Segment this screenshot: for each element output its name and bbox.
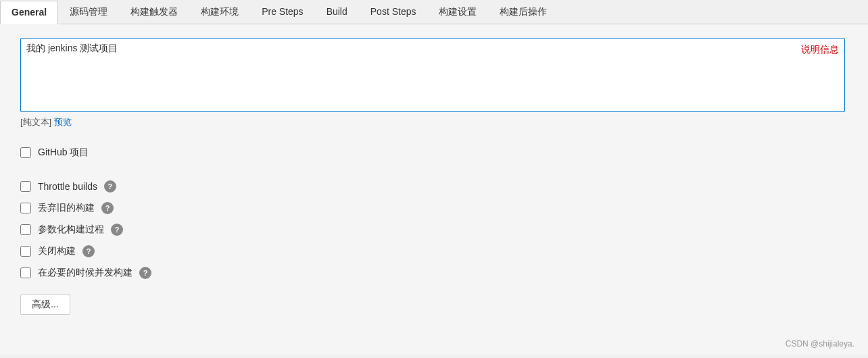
label-throttle-builds[interactable]: Throttle builds [38,181,97,192]
tab-构建后操作[interactable]: 构建后操作 [488,0,558,24]
main-content: 我的 jenkins 测试项目 说明信息 [纯文本] 预览 GitHub 项目T… [0,24,868,355]
tab-build[interactable]: Build [315,0,359,24]
tab-构建设置[interactable]: 构建设置 [427,0,488,24]
checkbox-parameterized[interactable] [20,224,31,235]
watermark: CSDN @shijialeya. [786,339,854,349]
checkbox-throttle-builds[interactable] [20,181,31,192]
checkbox-section: GitHub 项目Throttle builds?丢弃旧的构建?参数化构建过程?… [20,142,848,284]
checkbox-github-project[interactable] [20,147,31,158]
tab-源码管理[interactable]: 源码管理 [58,0,119,24]
label-concurrent-build[interactable]: 在必要的时候并发构建 [38,267,132,279]
advanced-button[interactable]: 高级... [20,295,70,315]
plain-text-row: [纯文本] 预览 [20,116,848,128]
description-textarea[interactable]: 我的 jenkins 测试项目 [26,43,794,107]
checkbox-disable-build[interactable] [20,246,31,257]
help-icon-disable-build[interactable]: ? [82,245,95,257]
help-icon-discard-old[interactable]: ? [101,202,114,214]
label-disable-build[interactable]: 关闭构建 [38,245,76,257]
label-github-project[interactable]: GitHub 项目 [38,147,89,159]
tab-构建触发器[interactable]: 构建触发器 [119,0,189,24]
preview-link[interactable]: 预览 [54,117,72,127]
checkbox-concurrent-build[interactable] [20,267,31,278]
tab-bar: General源码管理构建触发器构建环境Pre StepsBuildPost S… [0,0,868,24]
plain-text-label: [纯文本] [20,117,51,127]
checkbox-row-discard-old: 丢弃旧的构建? [20,197,848,219]
description-wrapper: 我的 jenkins 测试项目 说明信息 [20,38,845,112]
checkbox-discard-old[interactable] [20,203,31,213]
checkbox-row-github-project: GitHub 项目 [20,142,848,163]
description-hint: 说明信息 [801,43,839,107]
label-discard-old[interactable]: 丢弃旧的构建 [38,202,95,214]
tab-post-steps[interactable]: Post Steps [359,0,428,24]
tab-general[interactable]: General [0,1,58,24]
checkbox-row-throttle-builds: Throttle builds? [20,176,848,197]
label-parameterized[interactable]: 参数化构建过程 [38,224,104,236]
help-icon-parameterized[interactable]: ? [111,224,123,236]
checkbox-row-concurrent-build: 在必要的时候并发构建? [20,262,848,284]
tab-pre-steps[interactable]: Pre Steps [250,0,314,24]
checkbox-row-parameterized: 参数化构建过程? [20,219,848,240]
tab-构建环境[interactable]: 构建环境 [189,0,250,24]
help-icon-throttle-builds[interactable]: ? [104,180,116,193]
help-icon-concurrent-build[interactable]: ? [139,267,151,279]
checkbox-row-disable-build: 关闭构建? [20,240,848,262]
